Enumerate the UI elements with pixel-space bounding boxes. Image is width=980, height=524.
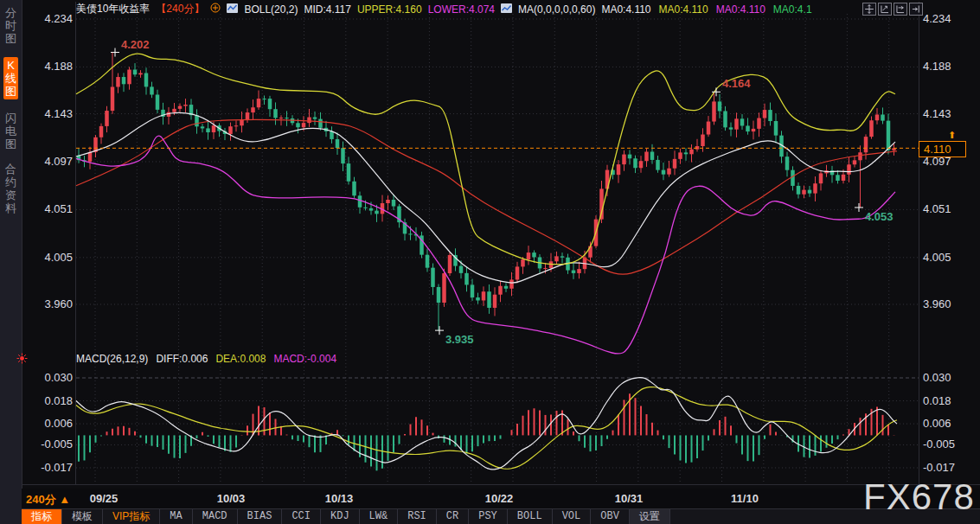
toolbar-item-RSI[interactable]: RSI — [398, 509, 437, 524]
toolbar-item-MA[interactable]: MA — [160, 509, 192, 524]
toolbar-item-PSY[interactable]: PSY — [469, 509, 508, 524]
toolbar-item-CCI[interactable]: CCI — [282, 509, 321, 524]
toolbar-item-OBV[interactable]: OBV — [591, 509, 630, 524]
period-selector[interactable]: 240分 ▲ — [26, 492, 70, 508]
axis-tick: 4.188 — [923, 60, 951, 73]
toolbar-item-VOL[interactable]: VOL — [553, 509, 592, 524]
period-badge[interactable]: 【240分】 — [156, 2, 204, 16]
axis-tick: 0.006 — [923, 417, 951, 430]
date-label: 10/13 — [325, 492, 354, 505]
toolbar-item-MACD[interactable]: MACD — [193, 509, 238, 524]
axis-tick: 4.188 — [16, 60, 73, 73]
toolbar-item-模板[interactable]: 模板 — [62, 509, 103, 524]
scale-vertical-icon[interactable] — [878, 3, 892, 16]
step-forward-icon[interactable] — [909, 3, 923, 16]
boll-lower-value: LOWER:4.074 — [428, 3, 495, 16]
date-label: 10/03 — [217, 492, 246, 505]
toolbar-item-KDJ[interactable]: KDJ — [321, 509, 360, 524]
axis-tick: -0.017 — [923, 461, 955, 474]
date-label: 09/25 — [90, 492, 118, 505]
boll-chart-icon — [227, 3, 238, 16]
axis-tick: 0.018 — [923, 394, 951, 407]
axis-tick: 3.960 — [923, 297, 951, 310]
macd-header: MACD(26,12,9) DIFF:0.006 DEA:0.008 MACD:… — [76, 353, 336, 365]
axis-tick: 0.030 — [923, 371, 951, 384]
axis-tick: 3.960 — [16, 297, 73, 310]
toolbar-item-BIAS[interactable]: BIAS — [238, 509, 283, 524]
date-label: 10/31 — [615, 492, 644, 505]
pan-icon[interactable] — [862, 3, 876, 16]
date-label: 11/10 — [731, 492, 759, 505]
date-label: 10/22 — [485, 492, 514, 505]
macd-label: MACD(26,12,9) — [76, 353, 148, 365]
axis-tick: -0.005 — [16, 438, 73, 451]
boll-upper-value: UPPER:4.160 — [357, 3, 422, 16]
sidebar-item-闪电图[interactable]: 闪电图 — [3, 112, 18, 150]
macd-diff-value: DIFF:0.006 — [156, 353, 208, 365]
time-axis: 240分 ▲ 09/2510/0310/1310/2210/3111/10 — [22, 489, 980, 508]
axis-tick: 0.006 — [16, 417, 73, 430]
trading-app-window: 4.2024.1643.9354.053 分时图K线图闪电图合约资料 美债10年… — [0, 0, 980, 524]
toolbar-item-LW&[interactable]: LW& — [360, 509, 399, 524]
ma-value: MA0:4.110 — [601, 3, 650, 16]
axis-tick: 4.234 — [923, 12, 951, 25]
current-price-badge: 4.110 — [919, 141, 966, 157]
add-indicator-icon[interactable] — [210, 3, 221, 16]
toolbar-item-BOLL[interactable]: BOLL — [508, 509, 553, 524]
axis-tick: 4.005 — [923, 251, 951, 264]
price-up-arrow-icon: ⬆ — [948, 130, 956, 141]
toolbar-item-设置[interactable]: 设置 — [630, 509, 670, 524]
axis-tick: 4.143 — [923, 107, 951, 120]
axis-tick: -0.005 — [923, 438, 955, 451]
candlestick-chart[interactable]: 4.2024.1643.9354.053 — [0, 0, 980, 524]
axis-tick: 4.051 — [16, 202, 73, 215]
axis-tick: 4.143 — [16, 107, 73, 120]
svg-text:4.053: 4.053 — [865, 210, 894, 223]
boll-mid-value: MID:4.117 — [304, 3, 350, 16]
ma-value: MA0:4.110 — [716, 3, 765, 16]
sidebar-item-K线图[interactable]: K线图 — [3, 57, 18, 99]
axis-tick: 0.018 — [16, 394, 73, 407]
axis-tick: 0.030 — [16, 371, 73, 384]
ma-value: MA0:4.110 — [659, 3, 708, 16]
axis-tick: 4.005 — [16, 251, 73, 264]
axis-tick: 4.234 — [16, 12, 73, 25]
toolbar-item-CR[interactable]: CR — [437, 509, 469, 524]
indicator-toolbar: 指标模板VIP指标MAMACDBIASCCIKDJLW&RSICRPSYBOLL… — [22, 508, 980, 524]
boll-label: BOLL(20,2) — [244, 3, 298, 16]
ma-values: MA0:4.110MA0:4.110MA0:4.110MA0:4.1 — [601, 3, 811, 16]
ma-chart-icon — [501, 3, 512, 16]
svg-text:4.164: 4.164 — [722, 77, 751, 90]
axis-tick: -0.017 — [16, 461, 73, 474]
axis-tick: 4.051 — [923, 202, 951, 215]
chart-header: 美债10年收益率 【240分】 BOLL(20,2) MID:4.117 UPP… — [76, 3, 812, 16]
chart-tool-buttons — [862, 3, 923, 16]
svg-text:4.202: 4.202 — [121, 38, 150, 51]
axis-tick: 4.097 — [16, 155, 73, 168]
alarm-icon — [16, 352, 28, 367]
fx678-watermark: FX678 — [863, 476, 975, 518]
sidebar-item-合约资料[interactable]: 合约资料 — [3, 163, 18, 214]
sidebar-item-分时图[interactable]: 分时图 — [3, 6, 18, 45]
ma-label: MA(0,0,0,0,0,60) — [518, 3, 595, 16]
macd-dea-value: DEA:0.008 — [215, 353, 266, 365]
scale-horizontal-icon[interactable] — [894, 3, 907, 16]
left-sidebar: 分时图K线图闪电图合约资料 — [0, 0, 22, 524]
instrument-title: 美债10年收益率 — [76, 2, 150, 16]
toolbar-item-VIP指标[interactable]: VIP指标 — [103, 509, 160, 524]
svg-text:3.935: 3.935 — [445, 333, 474, 346]
macd-value: MACD:-0.004 — [273, 353, 336, 365]
ma-value: MA0:4.1 — [773, 3, 812, 16]
toolbar-item-指标[interactable]: 指标 — [22, 509, 62, 524]
